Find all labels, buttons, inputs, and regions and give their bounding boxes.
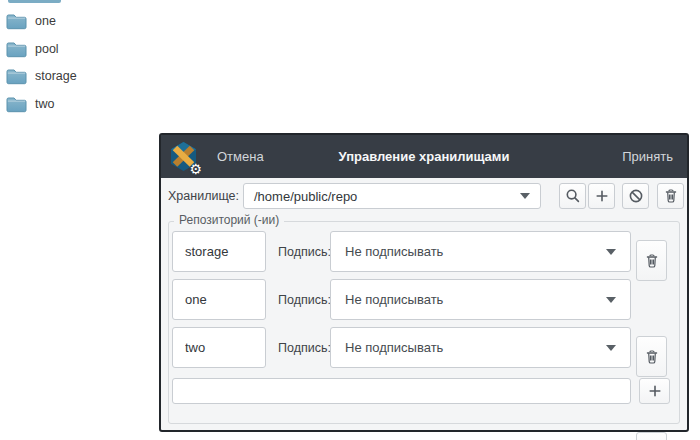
file-name: storage [35, 69, 77, 83]
list-item[interactable]: storage [6, 65, 77, 87]
delete-repo-button[interactable] [636, 432, 667, 440]
sign-select[interactable]: Не подписывать [330, 327, 631, 368]
package-manager-app-icon: ⚙ [168, 141, 199, 172]
search-button[interactable] [559, 183, 586, 209]
sign-label: Подпись: [278, 293, 330, 307]
chevron-down-icon [606, 297, 616, 303]
repo-name-input[interactable] [172, 327, 266, 368]
sign-label: Подпись: [278, 245, 330, 259]
delete-repo-button[interactable] [636, 240, 667, 281]
chevron-down-icon [606, 345, 616, 351]
repo-row-storage: Подпись: Не подписывать [172, 231, 676, 272]
disable-storage-button[interactable] [622, 183, 649, 209]
storage-path-row: Хранилище: /home/public/repo [168, 183, 541, 209]
sign-select-value: Не подписывать [345, 244, 443, 259]
cancel-button[interactable]: Отмена [217, 149, 264, 164]
dialog-content: Хранилище: /home/public/repo Репозиторий… [161, 178, 687, 430]
add-storage-button[interactable] [588, 183, 615, 209]
repositories-legend: Репозиторий (-ии) [174, 213, 284, 227]
trash-icon [644, 253, 660, 269]
delete-storage-button[interactable] [657, 183, 684, 209]
list-item[interactable]: pool [6, 38, 59, 60]
sign-select[interactable]: Не подписывать [330, 279, 631, 320]
repo-row-one: Подпись: Не подписывать [172, 279, 676, 320]
file-name: pool [35, 42, 59, 56]
folder-icon [6, 13, 27, 30]
folder-icon [6, 68, 27, 85]
storage-label: Хранилище: [168, 189, 243, 203]
storage-path-combobox[interactable]: /home/public/repo [243, 183, 541, 209]
sign-select-value: Не подписывать [345, 292, 443, 307]
chevron-down-icon [520, 193, 530, 199]
repo-name-input[interactable] [172, 231, 266, 272]
file-name: one [35, 14, 56, 28]
list-item[interactable]: two [6, 93, 54, 115]
gear-icon: ⚙ [189, 162, 202, 176]
repo-row-two: Подпись: Не подписывать [172, 327, 676, 368]
add-repo-button[interactable] [639, 378, 670, 404]
plus-icon [594, 188, 610, 204]
list-item[interactable]: one [6, 10, 56, 32]
sign-select[interactable]: Не подписывать [330, 231, 631, 272]
folder-icon [6, 41, 27, 58]
dialog-titlebar: ⚙ Отмена Управление хранилищами Принять [161, 135, 687, 178]
repositories-groupbox: Репозиторий (-ии) Подпись: Не подписыват… [168, 221, 680, 424]
folder-icon-partial [8, 0, 61, 3]
chevron-down-icon [606, 249, 616, 255]
storage-management-dialog: ⚙ Отмена Управление хранилищами Принять … [159, 133, 689, 432]
storage-path-value: /home/public/repo [254, 189, 357, 204]
new-repo-input[interactable] [172, 378, 631, 404]
trash-icon [663, 188, 679, 204]
plus-icon [647, 383, 663, 399]
folder-icon [6, 96, 27, 113]
accept-button[interactable]: Принять [622, 149, 673, 164]
add-repo-row [172, 378, 676, 404]
sign-select-value: Не подписывать [345, 340, 443, 355]
repo-name-input[interactable] [172, 279, 266, 320]
search-icon [565, 188, 581, 204]
file-name: two [35, 97, 54, 111]
sign-label: Подпись: [278, 341, 330, 355]
block-icon [628, 188, 644, 204]
